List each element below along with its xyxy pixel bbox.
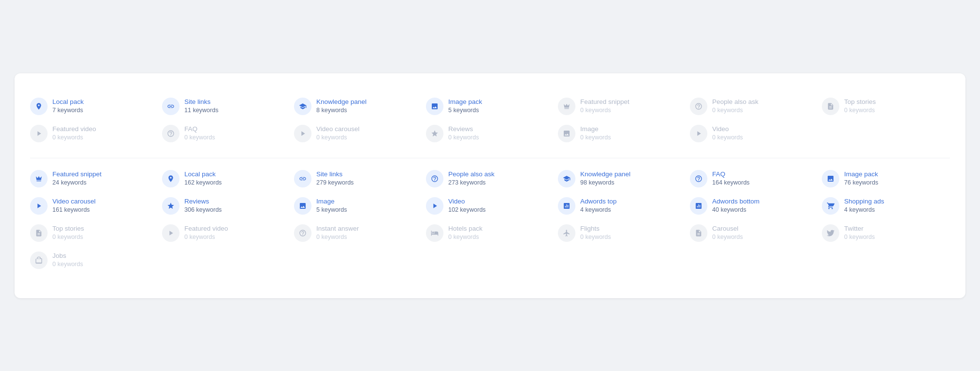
feature-item[interactable]: Knowledge panel8 keywords: [294, 96, 422, 117]
feature-item[interactable]: People also ask273 keywords: [426, 168, 554, 189]
feature-icon: [558, 98, 575, 115]
feature-count: 306 keywords: [184, 206, 222, 213]
feature-item[interactable]: Knowledge panel98 keywords: [558, 168, 686, 189]
feature-name: Image: [580, 125, 611, 134]
feature-item: Jobs0 keywords: [30, 250, 158, 271]
feature-icon: [690, 170, 707, 187]
feature-count: 4 keywords: [580, 206, 617, 213]
feature-item[interactable]: Reviews306 keywords: [162, 195, 290, 217]
feature-count: 0 keywords: [52, 134, 96, 141]
feature-item[interactable]: Local pack7 keywords: [30, 96, 158, 117]
feature-name: Video carousel: [52, 197, 96, 206]
feature-count: 0 keywords: [316, 134, 359, 141]
feature-icon: [690, 224, 707, 242]
feature-name: Featured snippet: [580, 98, 629, 106]
feature-icon: [558, 224, 575, 242]
features-row: Featured snippet24 keywordsLocal pack162…: [30, 168, 950, 189]
feature-name: Video: [448, 197, 486, 206]
feature-name: People also ask: [712, 98, 758, 106]
feature-name: Twitter: [844, 224, 875, 233]
feature-count: 0 keywords: [52, 261, 83, 268]
feature-icon: [426, 98, 443, 115]
feature-icon: [426, 197, 443, 215]
feature-icon: [558, 197, 575, 215]
feature-icon: [690, 98, 707, 115]
feature-count: 11 keywords: [184, 107, 218, 114]
features-row: Featured video0 keywordsFAQ0 keywordsVid…: [30, 123, 950, 144]
feature-count: 161 keywords: [52, 206, 96, 213]
serp-features-card: Local pack7 keywordsSite links11 keyword…: [15, 73, 965, 298]
feature-item[interactable]: FAQ164 keywords: [690, 168, 818, 189]
feature-count: 0 keywords: [580, 107, 629, 114]
feature-item[interactable]: Shopping ads4 keywords: [822, 195, 950, 217]
feature-name: Site links: [316, 170, 354, 179]
feature-item[interactable]: Local pack162 keywords: [162, 168, 290, 189]
linking-section: Local pack7 keywordsSite links11 keyword…: [30, 96, 950, 144]
feature-icon: [30, 197, 48, 215]
feature-count: 273 keywords: [448, 179, 494, 186]
features-row: Top stories0 keywordsFeatured video0 key…: [30, 222, 950, 244]
feature-icon: [30, 125, 48, 142]
feature-item[interactable]: Site links11 keywords: [162, 96, 290, 117]
feature-count: 0 keywords: [448, 134, 479, 141]
feature-icon: [294, 224, 311, 242]
feature-name: Hotels pack: [448, 224, 483, 233]
feature-item[interactable]: Featured snippet24 keywords: [30, 168, 158, 189]
feature-name: Carousel: [712, 224, 743, 233]
feature-count: 279 keywords: [316, 179, 354, 186]
feature-count: 40 keywords: [712, 206, 760, 213]
feature-count: 0 keywords: [580, 234, 611, 240]
feature-item[interactable]: Video carousel161 keywords: [30, 195, 158, 217]
feature-item: Top stories0 keywords: [30, 222, 158, 244]
feature-item: People also ask0 keywords: [690, 96, 818, 117]
feature-item[interactable]: Image pack5 keywords: [426, 96, 554, 117]
feature-icon: [162, 170, 180, 187]
feature-item: Top stories0 keywords: [822, 96, 950, 117]
feature-name: Reviews: [448, 125, 479, 134]
feature-item: Image0 keywords: [558, 123, 686, 144]
feature-icon: [162, 224, 180, 242]
features-row: Video carousel161 keywordsReviews306 key…: [30, 195, 950, 217]
feature-count: 24 keywords: [52, 179, 101, 186]
feature-count: 0 keywords: [844, 107, 876, 114]
feature-count: 5 keywords: [316, 206, 347, 213]
feature-icon: [162, 98, 180, 115]
feature-item[interactable]: Adwords top4 keywords: [558, 195, 686, 217]
feature-name: Local pack: [52, 98, 84, 106]
feature-count: 0 keywords: [52, 234, 84, 240]
feature-item[interactable]: Video102 keywords: [426, 195, 554, 217]
feature-name: Video: [712, 125, 743, 134]
feature-icon: [162, 125, 180, 142]
feature-item: Reviews0 keywords: [426, 123, 554, 144]
feature-count: 0 keywords: [712, 134, 743, 141]
feature-icon: [822, 170, 839, 187]
feature-name: Knowledge panel: [580, 170, 631, 179]
feature-name: Adwords top: [580, 197, 617, 206]
features-row: Jobs0 keywords: [30, 250, 950, 271]
feature-item: Twitter0 keywords: [822, 222, 950, 244]
feature-item[interactable]: Image pack76 keywords: [822, 168, 950, 189]
not-linking-section: Featured snippet24 keywordsLocal pack162…: [30, 168, 950, 271]
feature-icon: [822, 197, 839, 215]
feature-name: People also ask: [448, 170, 494, 179]
feature-icon: [558, 125, 575, 142]
feature-name: FAQ: [184, 125, 215, 134]
feature-item[interactable]: Image5 keywords: [294, 195, 422, 217]
feature-name: Shopping ads: [844, 197, 884, 206]
feature-item: Featured video0 keywords: [162, 222, 290, 244]
feature-item[interactable]: Site links279 keywords: [294, 168, 422, 189]
feature-count: 76 keywords: [844, 179, 878, 186]
feature-icon: [426, 170, 443, 187]
feature-icon: [30, 98, 48, 115]
feature-count: 0 keywords: [844, 234, 875, 240]
feature-icon: [426, 224, 443, 242]
feature-count: 0 keywords: [316, 234, 359, 240]
feature-item[interactable]: Adwords bottom40 keywords: [690, 195, 818, 217]
feature-count: 162 keywords: [184, 179, 222, 186]
feature-count: 0 keywords: [712, 234, 743, 240]
feature-count: 0 keywords: [184, 134, 215, 141]
feature-name: Image pack: [448, 98, 482, 106]
feature-count: 164 keywords: [712, 179, 750, 186]
feature-item: Carousel0 keywords: [690, 222, 818, 244]
feature-icon: [30, 170, 48, 187]
